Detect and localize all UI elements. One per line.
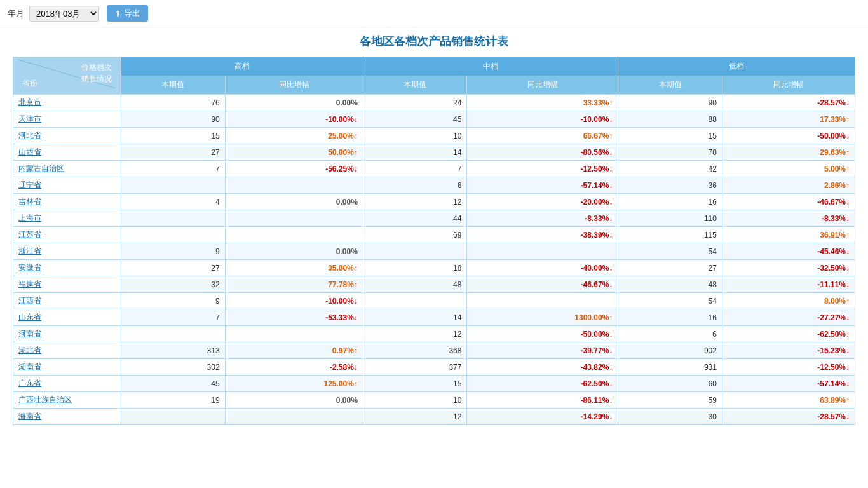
table-row: 山东省7-53.33%↓141300.00%↑16-27.27%↓ — [13, 309, 855, 326]
change-cell: -28.57%↓ — [722, 95, 855, 111]
change-cell: 63.89%↑ — [722, 392, 855, 409]
change-cell — [225, 227, 363, 243]
value-cell — [363, 243, 467, 260]
province-cell[interactable]: 上海市 — [13, 210, 121, 227]
value-cell: 115 — [618, 227, 722, 243]
change-cell: -57.14%↓ — [467, 177, 618, 194]
page-title: 各地区各档次产品销售统计表 — [13, 34, 855, 49]
sub-m-val: 本期值 — [363, 76, 467, 95]
change-cell: 0.00% — [225, 243, 363, 260]
change-cell: -10.00%↓ — [225, 111, 363, 128]
table-row: 河南省12-50.00%↓6-62.50%↓ — [13, 326, 855, 342]
province-cell[interactable]: 北京市 — [13, 95, 121, 111]
value-cell: 16 — [618, 309, 722, 326]
value-cell: 6 — [618, 326, 722, 342]
change-cell: -56.25%↓ — [225, 161, 363, 177]
change-cell — [467, 243, 618, 260]
change-cell: 0.00% — [225, 194, 363, 210]
value-cell: 42 — [618, 161, 722, 177]
change-cell: -14.29%↓ — [467, 409, 618, 425]
header-row-2: 本期值 同比增幅 本期值 同比增幅 本期值 同比增幅 — [13, 76, 855, 95]
value-cell — [363, 293, 467, 309]
province-cell[interactable]: 吉林省 — [13, 194, 121, 210]
value-cell: 18 — [363, 260, 467, 276]
value-cell: 76 — [121, 95, 226, 111]
year-month-select[interactable]: 2018年03月 — [29, 6, 99, 22]
province-cell[interactable]: 内蒙古自治区 — [13, 161, 121, 177]
value-cell: 6 — [363, 177, 467, 194]
value-cell: 10 — [363, 128, 467, 144]
table-row: 广西壮族自治区190.00%10-86.11%↓5963.89%↑ — [13, 392, 855, 409]
value-cell — [121, 210, 226, 227]
header-row-1: 价格档次 省份 销售情况 高档 中档 低档 — [13, 57, 855, 76]
value-cell: 59 — [618, 392, 722, 409]
change-cell: 17.33%↑ — [722, 111, 855, 128]
change-cell: 0.97%↑ — [225, 342, 363, 359]
value-cell: 27 — [121, 260, 226, 276]
province-cell[interactable]: 广东省 — [13, 376, 121, 392]
province-cell[interactable]: 广西壮族自治区 — [13, 392, 121, 409]
sub-m-chg: 同比增幅 — [467, 76, 618, 95]
corner-price-label: 价格档次 — [81, 62, 112, 73]
export-icon: ⇑ — [114, 9, 121, 18]
value-cell: 48 — [363, 276, 467, 293]
value-cell: 36 — [618, 177, 722, 194]
value-cell: 12 — [363, 194, 467, 210]
change-cell: 125.00%↑ — [225, 376, 363, 392]
province-cell[interactable]: 海南省 — [13, 409, 121, 425]
value-cell: 313 — [121, 342, 226, 359]
value-cell — [121, 409, 226, 425]
value-cell: 15 — [618, 128, 722, 144]
change-cell: -28.57%↓ — [722, 409, 855, 425]
province-cell[interactable]: 河南省 — [13, 326, 121, 342]
change-cell: -39.77%↓ — [467, 342, 618, 359]
change-cell: 77.78%↑ — [225, 276, 363, 293]
table-body: 北京市760.00%2433.33%↑90-28.57%↓天津市90-10.00… — [13, 95, 855, 425]
change-cell: -12.50%↓ — [722, 359, 855, 376]
value-cell: 302 — [121, 359, 226, 376]
change-cell: -12.50%↓ — [467, 161, 618, 177]
table-row: 天津市90-10.00%↓45-10.00%↓8817.33%↑ — [13, 111, 855, 128]
province-cell[interactable]: 辽宁省 — [13, 177, 121, 194]
province-cell[interactable]: 湖南省 — [13, 359, 121, 376]
change-cell: -32.50%↓ — [722, 260, 855, 276]
change-cell: -62.50%↓ — [467, 376, 618, 392]
value-cell: 45 — [121, 376, 226, 392]
province-cell[interactable]: 天津市 — [13, 111, 121, 128]
value-cell: 48 — [618, 276, 722, 293]
province-cell[interactable]: 山西省 — [13, 144, 121, 161]
table-row: 湖南省302-2.58%↓377-43.82%↓931-12.50%↓ — [13, 359, 855, 376]
province-cell[interactable]: 福建省 — [13, 276, 121, 293]
province-cell[interactable]: 江苏省 — [13, 227, 121, 243]
table-row: 海南省12-14.29%↓30-28.57%↓ — [13, 409, 855, 425]
table-row: 北京市760.00%2433.33%↑90-28.57%↓ — [13, 95, 855, 111]
value-cell: 9 — [121, 293, 226, 309]
sales-table: 价格档次 省份 销售情况 高档 中档 低档 本期值 同比增幅 本期值 同比增幅 … — [13, 57, 855, 425]
table-row: 安徽省2735.00%↑18-40.00%↓27-32.50%↓ — [13, 260, 855, 276]
change-cell: -8.33%↓ — [467, 210, 618, 227]
province-cell[interactable]: 浙江省 — [13, 243, 121, 260]
value-cell: 70 — [618, 144, 722, 161]
province-cell[interactable]: 山东省 — [13, 309, 121, 326]
province-cell[interactable]: 安徽省 — [13, 260, 121, 276]
value-cell: 19 — [121, 392, 226, 409]
change-cell: 33.33%↑ — [467, 95, 618, 111]
value-cell: 7 — [121, 161, 226, 177]
value-cell — [121, 227, 226, 243]
change-cell: -53.33%↓ — [225, 309, 363, 326]
change-cell: -57.14%↓ — [722, 376, 855, 392]
export-button[interactable]: ⇑ 导出 — [107, 5, 148, 22]
table-row: 上海市44-8.33%↓110-8.33%↓ — [13, 210, 855, 227]
value-cell: 60 — [618, 376, 722, 392]
value-cell: 7 — [363, 161, 467, 177]
table-row: 福建省3277.78%↑48-46.67%↓48-11.11%↓ — [13, 276, 855, 293]
sub-h-val: 本期值 — [121, 76, 226, 95]
table-row: 吉林省40.00%12-20.00%↓16-46.67%↓ — [13, 194, 855, 210]
table-row: 浙江省90.00%54-45.46%↓ — [13, 243, 855, 260]
province-cell[interactable]: 河北省 — [13, 128, 121, 144]
change-cell: -50.00%↓ — [467, 326, 618, 342]
province-cell[interactable]: 湖北省 — [13, 342, 121, 359]
corner-sales-label: 销售情况 — [81, 74, 112, 85]
province-cell[interactable]: 江西省 — [13, 293, 121, 309]
value-cell — [121, 326, 226, 342]
